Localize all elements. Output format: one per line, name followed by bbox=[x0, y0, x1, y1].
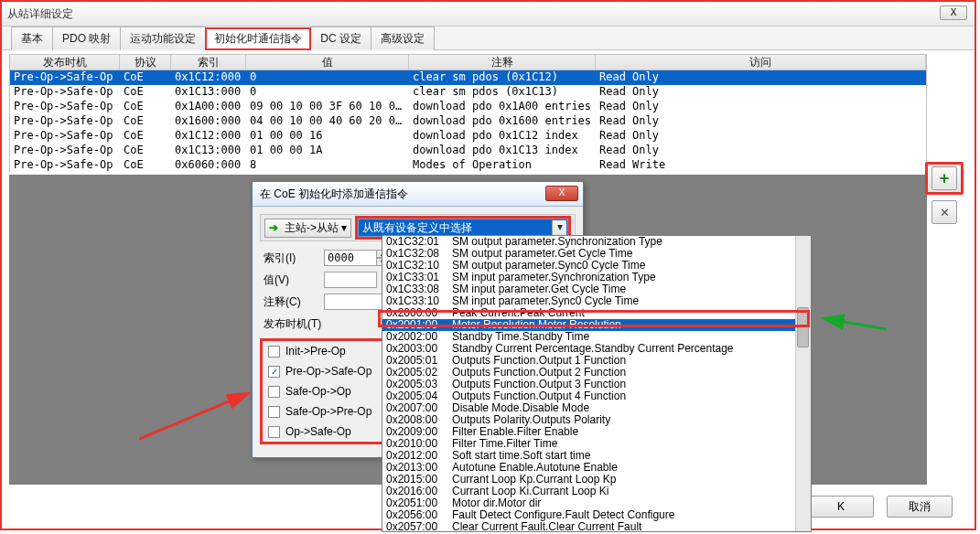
tabs-row: 基本 PDO 映射 运动功能设定 初始化时通信指令 DC 设定 高级设定 bbox=[2, 27, 975, 50]
dropdown-item[interactable]: 0x2010:00Filter Time.Filter Time bbox=[382, 438, 811, 450]
dropdown-key: 0x2057:00 bbox=[382, 521, 452, 532]
cell-prot: CoE bbox=[120, 85, 171, 100]
grid-row[interactable]: Pre-Op->Safe-OpCoE0x1C12:00001 00 00 16d… bbox=[9, 129, 927, 144]
remove-row-button[interactable]: ✕ bbox=[932, 200, 957, 224]
tab-motion[interactable]: 运动功能设定 bbox=[120, 27, 206, 50]
cell-idx: 0x1C13:000 bbox=[171, 85, 246, 100]
h-cmt[interactable]: 注释 bbox=[409, 55, 596, 69]
dropdown-item[interactable]: 0x2001:00Motor Resolution.Motor Resoluti… bbox=[382, 319, 811, 331]
cell-val: 09 00 10 00 3F 60 10 0… bbox=[246, 100, 409, 114]
cell-idx: 0x6060:000 bbox=[171, 158, 246, 173]
cell-cmt: clear sm pdos (0x1C13) bbox=[409, 85, 596, 100]
cell-time: Pre-Op->Safe-Op bbox=[10, 114, 120, 129]
grid-row[interactable]: Pre-Op->Safe-OpCoE0x1600:00004 00 10 00 … bbox=[9, 114, 927, 129]
cell-acc: Read Only bbox=[596, 114, 926, 129]
cell-acc: Read Only bbox=[596, 70, 926, 85]
direction-button[interactable]: ➔ 主站->从站 ▾ bbox=[264, 219, 351, 238]
h-time[interactable]: 发布时机 bbox=[10, 55, 120, 69]
cell-prot: CoE bbox=[120, 114, 171, 129]
window-title: 从站详细设定 bbox=[7, 6, 73, 22]
check-label: Pre-Op->Safe-Op bbox=[285, 365, 372, 378]
checkbox-icon bbox=[268, 386, 280, 398]
cell-acc: Read Only bbox=[596, 85, 926, 100]
dropdown-item[interactable]: 0x2057:00Clear Current Fault.Clear Curre… bbox=[382, 521, 811, 532]
tab-advanced[interactable]: 高级设定 bbox=[371, 27, 435, 50]
tab-basic[interactable]: 基本 bbox=[11, 27, 53, 50]
cell-prot: CoE bbox=[120, 129, 171, 144]
cell-prot: CoE bbox=[120, 70, 171, 85]
cell-idx: 0x1C13:000 bbox=[171, 144, 246, 158]
definition-dropdown[interactable]: 0x1C32:01SM output parameter.Synchroniza… bbox=[382, 235, 812, 532]
grid-header: 发布时机 协议 索引 值 注释 访问 bbox=[9, 54, 927, 70]
dialog2-title-bar: 在 CoE 初始化时添加通信指令 X bbox=[253, 182, 583, 207]
checkbox-icon bbox=[268, 426, 280, 438]
cell-val: 0 bbox=[246, 85, 409, 100]
input-value[interactable] bbox=[324, 272, 377, 288]
combo-selected: 从既有设备定义中选择 bbox=[362, 221, 472, 234]
cell-acc: Read Only bbox=[596, 129, 926, 144]
dropdown-item[interactable]: 0x2005:04Outputs Function.Output 4 Funct… bbox=[382, 390, 811, 402]
footer-buttons: K 取消 bbox=[808, 496, 953, 518]
title-bar: 从站详细设定 X bbox=[2, 2, 975, 27]
cell-prot: CoE bbox=[120, 158, 171, 173]
dialog2-close-button[interactable]: X bbox=[545, 186, 578, 201]
check-label: Op->Safe-Op bbox=[285, 425, 351, 438]
add-row-button[interactable]: + bbox=[932, 166, 957, 190]
cell-cmt: clear sm pdos (0x1C12) bbox=[409, 70, 596, 85]
cell-idx: 0x1600:000 bbox=[171, 114, 246, 129]
h-acc[interactable]: 访问 bbox=[596, 55, 926, 69]
cell-cmt: download pdo 0x1C12 index bbox=[409, 129, 596, 144]
cell-val: 0 bbox=[246, 70, 409, 85]
dialog2-title: 在 CoE 初始化时添加通信指令 bbox=[260, 187, 408, 202]
dropdown-item[interactable]: 0x2016:00Currant Loop Ki.Currant Loop Ki bbox=[382, 486, 811, 497]
dropdown-scrollbar[interactable] bbox=[795, 236, 811, 531]
cell-acc: Read Only bbox=[596, 144, 926, 158]
cell-cmt: Modes of Operation bbox=[409, 158, 596, 173]
h-val[interactable]: 值 bbox=[246, 55, 409, 69]
tab-dc[interactable]: DC 设定 bbox=[310, 27, 372, 50]
grid-row[interactable]: Pre-Op->Safe-OpCoE0x1C12:0000clear sm pd… bbox=[9, 70, 927, 85]
dropdown-value: Clear Current Fault.Clear Current Fault bbox=[452, 521, 811, 532]
chevron-down-icon: ▾ bbox=[341, 221, 347, 234]
cell-time: Pre-Op->Safe-Op bbox=[10, 129, 120, 144]
grid-row[interactable]: Pre-Op->Safe-OpCoE0x1C13:00001 00 00 1Ad… bbox=[9, 144, 927, 158]
grid-row[interactable]: Pre-Op->Safe-OpCoE0x1A00:00009 00 10 00 … bbox=[9, 100, 927, 114]
cell-time: Pre-Op->Safe-Op bbox=[10, 100, 120, 114]
cell-time: Pre-Op->Safe-Op bbox=[10, 85, 120, 100]
cell-idx: 0x1C12:000 bbox=[171, 129, 246, 144]
close-button[interactable]: X bbox=[940, 5, 967, 20]
label-value: 值(V) bbox=[260, 272, 324, 288]
tab-init-comm[interactable]: 初始化时通信指令 bbox=[205, 27, 311, 50]
tab-pdo[interactable]: PDO 映射 bbox=[52, 27, 121, 50]
cell-prot: CoE bbox=[120, 100, 171, 114]
scrollbar-thumb[interactable] bbox=[797, 307, 809, 347]
source-combo[interactable]: 从既有设备定义中选择 ▾ bbox=[358, 219, 568, 237]
cell-cmt: download pdo 0x1600 entries bbox=[409, 114, 596, 129]
ok-button[interactable]: K bbox=[808, 496, 874, 518]
cancel-button[interactable]: 取消 bbox=[887, 496, 953, 518]
grid-row[interactable]: Pre-Op->Safe-OpCoE0x1C13:0000clear sm pd… bbox=[9, 85, 927, 100]
grid: 发布时机 协议 索引 值 注释 访问 Pre-Op->Safe-OpCoE0x1… bbox=[2, 50, 975, 173]
cell-time: Pre-Op->Safe-Op bbox=[10, 70, 120, 85]
check-label: Safe-Op->Pre-Op bbox=[285, 405, 372, 418]
direction-label: 主站->从站 bbox=[285, 221, 339, 234]
add-row-frame: + bbox=[925, 162, 964, 195]
cell-time: Pre-Op->Safe-Op bbox=[10, 144, 120, 158]
h-idx[interactable]: 索引 bbox=[171, 55, 246, 69]
cell-acc: Read Write bbox=[596, 158, 926, 173]
h-prot[interactable]: 协议 bbox=[120, 55, 171, 69]
side-buttons: + ✕ bbox=[925, 162, 964, 224]
cell-time: Pre-Op->Safe-Op bbox=[10, 158, 120, 173]
dropdown-item[interactable]: 0x2009:00Filter Enable.Filter Enable bbox=[382, 426, 811, 438]
cell-val: 01 00 00 1A bbox=[246, 144, 409, 158]
dropdown-item[interactable]: 0x2008:00Outputs Polarity.Outputs Polari… bbox=[382, 414, 811, 426]
cell-val: 04 00 10 00 40 60 20 0… bbox=[246, 114, 409, 129]
chevron-down-icon[interactable]: ▾ bbox=[552, 220, 566, 235]
cell-idx: 0x1C12:000 bbox=[171, 70, 246, 85]
input-index[interactable] bbox=[324, 250, 377, 266]
cell-cmt: download pdo 0x1A00 entries bbox=[409, 100, 596, 114]
cell-cmt: download pdo 0x1C13 index bbox=[409, 144, 596, 158]
dropdown-item[interactable]: 0x1C33:10SM input parameter.Sync0 Cycle … bbox=[382, 295, 811, 307]
grid-row[interactable]: Pre-Op->Safe-OpCoE0x6060:0008Modes of Op… bbox=[9, 158, 927, 173]
checkbox-icon bbox=[268, 406, 280, 418]
